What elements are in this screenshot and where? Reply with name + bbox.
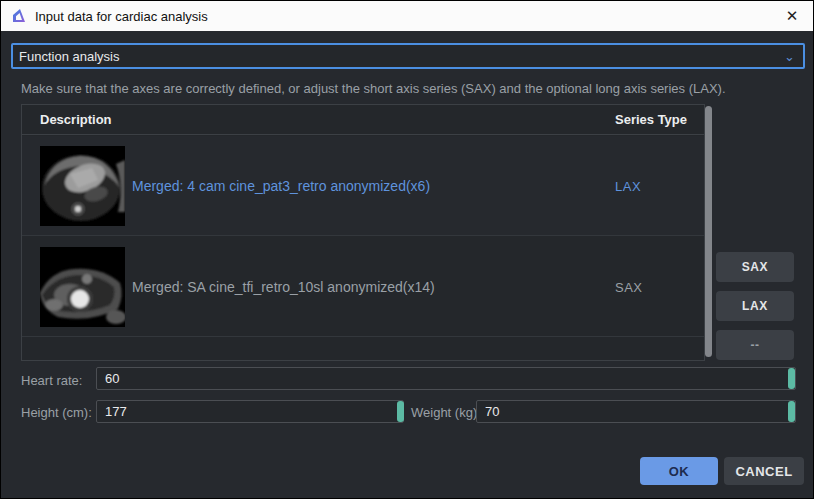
series-table: Description Series Type Merged: 4 [21,104,705,361]
titlebar: Input data for cardiac analysis ✕ [1,1,813,31]
weight-spinner[interactable] [788,401,795,422]
series-description: Merged: SA cine_tfi_retro_10sl anonymize… [132,237,435,337]
heart-rate-spinner[interactable] [788,368,795,389]
weight-label: Weight (kg): [411,405,481,420]
analysis-type-value: Function analysis [19,49,119,64]
series-thumbnail-sax [40,247,125,327]
series-type-value: SAX [615,237,643,337]
height-spinner[interactable] [397,401,404,422]
assign-none-button[interactable]: -- [716,330,794,360]
heart-rate-label: Heart rate: [21,373,82,388]
chevron-down-icon: ⌄ [784,49,795,64]
ok-button[interactable]: OK [640,457,718,485]
column-header-description: Description [40,112,112,127]
series-description: Merged: 4 cam cine_pat3_retro anonymized… [132,136,430,236]
cancel-button[interactable]: CANCEL [724,457,804,485]
window-title: Input data for cardiac analysis [35,9,208,24]
series-type-value: LAX [615,136,641,236]
table-row[interactable]: Merged: 4 cam cine_pat3_retro anonymized… [22,136,704,236]
close-icon[interactable]: ✕ [771,1,813,31]
series-thumbnail-lax [40,146,125,226]
height-label: Height (cm): [21,405,92,420]
assign-sax-button[interactable]: SAX [716,252,794,282]
dialog-input-data-cardiac-analysis: Input data for cardiac analysis ✕ Functi… [0,0,814,499]
column-header-series-type: Series Type [615,112,687,127]
weight-input[interactable] [476,400,796,423]
assign-lax-button[interactable]: LAX [716,291,794,321]
table-header-row: Description Series Type [22,105,704,135]
table-row[interactable]: Merged: SA cine_tfi_retro_10sl anonymize… [22,237,704,337]
analysis-type-dropdown[interactable]: Function analysis ⌄ [11,43,805,69]
heart-rate-input[interactable] [96,367,796,390]
scrollbar-thumb[interactable] [705,106,712,357]
table-scrollbar [705,105,713,359]
instruction-text: Make sure that the axes are correctly de… [21,81,726,96]
app-logo-icon [11,8,27,24]
height-input[interactable] [96,400,404,423]
